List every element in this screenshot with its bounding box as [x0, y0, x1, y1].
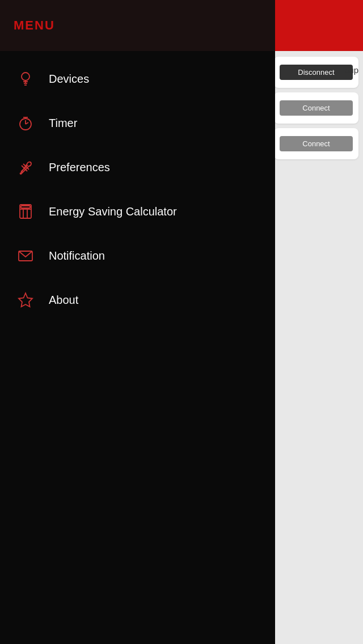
- menu-item-devices[interactable]: Devices: [0, 57, 275, 101]
- svg-marker-18: [19, 293, 32, 307]
- menu-item-notification[interactable]: Notification: [0, 234, 275, 278]
- connect-button-2[interactable]: Connect: [280, 136, 353, 151]
- right-panel-content: Disconnect Connect Connect: [269, 51, 363, 644]
- group-label: oup: [344, 65, 358, 75]
- menu-item-timer-label: Timer: [49, 117, 77, 130]
- menu-item-preferences-label: Preferences: [49, 161, 110, 174]
- menu-title: MENU: [14, 18, 55, 33]
- menu-header: MENU: [0, 0, 275, 51]
- device-card-2: Connect: [274, 92, 358, 124]
- menu-item-energy-calculator[interactable]: Energy Saving Calculator: [0, 189, 275, 234]
- right-header-red: [272, 0, 363, 51]
- menu-drawer: MENU Devices: [0, 0, 275, 644]
- calculator-icon: [14, 200, 37, 223]
- menu-item-about[interactable]: About: [0, 278, 275, 322]
- svg-rect-12: [20, 205, 31, 218]
- menu-item-devices-label: Devices: [49, 73, 89, 86]
- about-icon: [14, 288, 37, 312]
- menu-item-notification-label: Notification: [49, 249, 105, 262]
- svg-rect-16: [21, 206, 30, 208]
- disconnect-button[interactable]: Disconnect: [280, 65, 353, 80]
- menu-item-about-label: About: [49, 294, 78, 307]
- connect-button-1[interactable]: Connect: [280, 100, 353, 116]
- menu-item-energy-label: Energy Saving Calculator: [49, 205, 177, 218]
- lightbulb-icon: [14, 67, 37, 91]
- preferences-icon: [14, 155, 37, 179]
- menu-items-list: Devices Timer: [0, 51, 275, 328]
- device-card-3: Connect: [274, 128, 358, 159]
- notification-icon: [14, 244, 37, 268]
- svg-point-0: [22, 73, 29, 80]
- timer-icon: [14, 111, 37, 135]
- menu-item-preferences[interactable]: Preferences: [0, 145, 275, 189]
- menu-item-timer[interactable]: Timer: [0, 101, 275, 145]
